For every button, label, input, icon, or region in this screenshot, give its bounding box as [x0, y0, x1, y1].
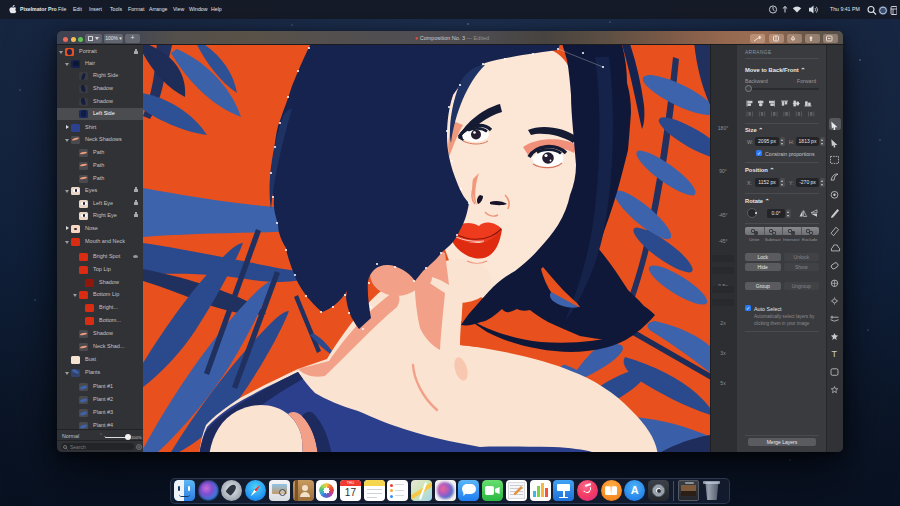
svg-text:T: T — [832, 349, 838, 359]
